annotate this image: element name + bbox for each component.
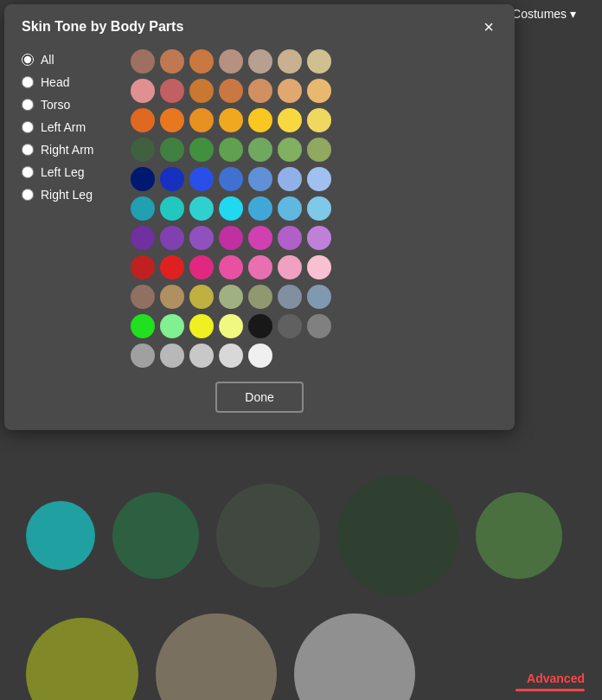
color-swatch[interactable] xyxy=(160,344,184,368)
color-swatch[interactable] xyxy=(131,138,155,162)
radio-head[interactable] xyxy=(22,76,34,88)
color-swatch[interactable] xyxy=(131,196,155,221)
color-row-4 xyxy=(131,138,497,162)
color-swatch[interactable] xyxy=(160,167,184,191)
color-swatch[interactable] xyxy=(160,108,184,132)
color-swatch[interactable] xyxy=(278,255,302,279)
color-swatch[interactable] xyxy=(189,49,214,74)
radio-item-torso[interactable]: Torso xyxy=(22,98,117,112)
done-button-container: Done xyxy=(22,382,497,413)
color-swatch[interactable] xyxy=(307,314,331,338)
color-swatch[interactable] xyxy=(219,285,243,309)
color-swatch[interactable] xyxy=(248,196,272,221)
color-swatch[interactable] xyxy=(160,138,184,162)
color-swatch[interactable] xyxy=(248,314,272,338)
color-swatch[interactable] xyxy=(248,108,272,132)
color-swatch[interactable] xyxy=(278,285,302,309)
radio-item-left-arm[interactable]: Left Arm xyxy=(22,120,117,134)
radio-item-right-arm[interactable]: Right Arm xyxy=(22,143,117,157)
color-swatch[interactable] xyxy=(219,226,243,250)
color-swatch[interactable] xyxy=(248,255,272,279)
close-button[interactable]: × xyxy=(480,18,497,35)
color-swatch[interactable] xyxy=(307,108,331,132)
color-swatch[interactable] xyxy=(219,314,243,338)
color-swatch[interactable] xyxy=(307,196,331,221)
color-swatch[interactable] xyxy=(278,79,302,103)
color-swatch[interactable] xyxy=(189,344,214,368)
color-swatch[interactable] xyxy=(160,79,184,103)
color-swatch[interactable] xyxy=(219,255,243,279)
color-swatch[interactable] xyxy=(131,108,155,132)
color-swatch[interactable] xyxy=(219,108,243,132)
color-swatch[interactable] xyxy=(248,79,272,103)
color-swatch[interactable] xyxy=(219,344,243,368)
color-row-6 xyxy=(131,196,497,221)
color-swatch[interactable] xyxy=(131,167,155,191)
color-swatch[interactable] xyxy=(189,167,214,191)
color-swatch[interactable] xyxy=(131,344,155,368)
color-row-9 xyxy=(131,285,497,309)
radio-left-leg[interactable] xyxy=(22,166,34,178)
color-swatch[interactable] xyxy=(189,196,214,221)
dialog-title: Skin Tone by Body Parts xyxy=(22,19,183,35)
radio-right-arm[interactable] xyxy=(22,144,34,156)
color-swatch[interactable] xyxy=(189,226,214,250)
radio-label-left-arm: Left Arm xyxy=(41,120,86,134)
radio-all[interactable] xyxy=(22,54,34,66)
color-swatch[interactable] xyxy=(278,49,302,74)
color-swatch[interactable] xyxy=(160,196,184,221)
color-swatch[interactable] xyxy=(278,138,302,162)
color-swatch[interactable] xyxy=(278,314,302,338)
color-swatch[interactable] xyxy=(219,49,243,74)
color-swatch[interactable] xyxy=(160,255,184,279)
color-swatch[interactable] xyxy=(189,108,214,132)
radio-item-right-leg[interactable]: Right Leg xyxy=(22,188,117,202)
color-swatch[interactable] xyxy=(307,138,331,162)
radio-item-all[interactable]: All xyxy=(22,53,117,67)
color-swatch[interactable] xyxy=(248,49,272,74)
radio-torso[interactable] xyxy=(22,99,34,111)
color-swatch[interactable] xyxy=(160,285,184,309)
radio-item-left-leg[interactable]: Left Leg xyxy=(22,165,117,179)
color-swatch[interactable] xyxy=(307,79,331,103)
advanced-label: Advanced xyxy=(527,671,585,685)
color-swatch[interactable] xyxy=(160,314,184,338)
color-swatch[interactable] xyxy=(131,49,155,74)
color-swatch[interactable] xyxy=(131,255,155,279)
radio-right-leg[interactable] xyxy=(22,189,34,201)
color-swatch[interactable] xyxy=(219,167,243,191)
done-button[interactable]: Done xyxy=(215,382,303,413)
color-swatch[interactable] xyxy=(248,167,272,191)
radio-left-arm[interactable] xyxy=(22,121,34,133)
color-swatch[interactable] xyxy=(219,138,243,162)
color-swatch[interactable] xyxy=(248,226,272,250)
color-swatch[interactable] xyxy=(219,79,243,103)
color-swatch[interactable] xyxy=(307,255,331,279)
color-swatch[interactable] xyxy=(307,285,331,309)
color-swatch[interactable] xyxy=(131,285,155,309)
color-swatch[interactable] xyxy=(189,314,214,338)
advanced-section: Advanced xyxy=(498,663,602,700)
color-swatch[interactable] xyxy=(278,167,302,191)
color-swatch[interactable] xyxy=(248,344,272,368)
color-swatch[interactable] xyxy=(189,255,214,279)
color-swatch[interactable] xyxy=(307,226,331,250)
color-swatch[interactable] xyxy=(307,167,331,191)
color-swatch[interactable] xyxy=(307,49,331,74)
color-swatch[interactable] xyxy=(189,138,214,162)
color-swatch[interactable] xyxy=(278,226,302,250)
color-swatch[interactable] xyxy=(131,226,155,250)
color-swatch[interactable] xyxy=(248,285,272,309)
radio-item-head[interactable]: Head xyxy=(22,75,117,89)
color-swatch[interactable] xyxy=(131,314,155,338)
color-row-3 xyxy=(131,108,497,132)
color-swatch[interactable] xyxy=(278,108,302,132)
color-swatch[interactable] xyxy=(189,285,214,309)
color-swatch[interactable] xyxy=(160,226,184,250)
color-swatch[interactable] xyxy=(219,196,243,221)
color-swatch[interactable] xyxy=(248,138,272,162)
color-swatch[interactable] xyxy=(131,79,155,103)
color-swatch[interactable] xyxy=(189,79,214,103)
color-swatch[interactable] xyxy=(160,49,184,74)
color-swatch[interactable] xyxy=(278,196,302,221)
